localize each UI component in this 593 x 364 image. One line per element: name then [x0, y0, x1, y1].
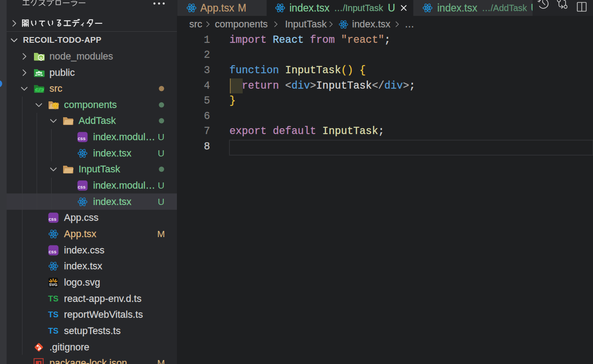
- svg-text:js: js: [39, 56, 42, 59]
- svg-text:</>: </>: [35, 87, 45, 93]
- svg-text:SVG: SVG: [49, 282, 57, 287]
- svg-text:css: css: [78, 136, 86, 141]
- svg-text:css: css: [78, 184, 86, 189]
- svg-text:css: css: [49, 216, 56, 222]
- svg-text:css: css: [49, 249, 56, 254]
